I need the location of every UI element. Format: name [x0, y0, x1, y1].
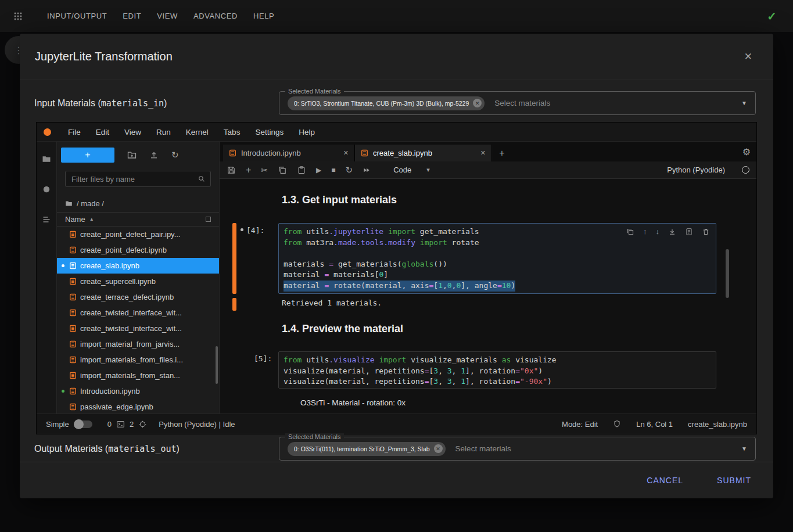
submit-button[interactable]: SUBMIT [713, 475, 755, 486]
code-cell-4[interactable]: from utils.jupyterlite import get_materi… [278, 223, 716, 294]
file-item[interactable]: create_twisted_interface_wit... [57, 321, 219, 336]
chip-delete-icon[interactable]: ✕ [434, 444, 443, 453]
move-down-icon[interactable]: ↓ [656, 227, 660, 236]
dropdown-caret-icon[interactable]: ▼ [741, 100, 747, 106]
apps-grid-icon[interactable] [13, 12, 23, 21]
kernel-name[interactable]: Python (Pyodide) [667, 166, 725, 174]
sort-asc-icon: ▲ [89, 217, 94, 222]
terminal-icon[interactable] [116, 420, 125, 429]
cell-type-dropdown[interactable]: Code ▾ [393, 166, 430, 174]
code-cell-5[interactable]: from utils.visualize import visualize_ma… [278, 351, 716, 389]
jl-menu-run[interactable]: Run [149, 128, 178, 136]
menu-input-output[interactable]: INPUT/OUTPUT [47, 12, 107, 20]
file-item[interactable]: import_materials_from_files.i... [57, 352, 219, 368]
table-of-contents-icon[interactable] [42, 215, 51, 224]
export-cell-icon[interactable] [685, 227, 693, 236]
notebook-icon [69, 309, 77, 317]
cell-code[interactable]: from utils.visualize import visualize_ma… [279, 352, 716, 390]
tab-close-icon[interactable]: ✕ [480, 149, 486, 157]
material-chip[interactable]: 0: SrTiO3, Strontium Titanate, CUB (Pm-3… [288, 96, 485, 110]
jl-menu-view[interactable]: View [117, 128, 149, 136]
file-item[interactable]: import_materials_from_stan... [57, 368, 219, 383]
menu-advanced[interactable]: ADVANCED [193, 12, 238, 20]
output-materials-select[interactable]: Selected Materials 0: O3SrTi(011), termi… [279, 437, 756, 461]
folder-icon [65, 200, 73, 207]
jl-menu-help[interactable]: Help [291, 128, 322, 136]
refresh-icon[interactable]: ↻ [171, 150, 179, 160]
notebook-icon [361, 149, 368, 157]
mode-indicator[interactable]: Mode: Edit [562, 420, 598, 429]
column-toggle-icon[interactable] [206, 217, 211, 222]
file-item[interactable]: create_twisted_interface_wit... [57, 305, 219, 321]
jl-menu-settings[interactable]: Settings [247, 128, 291, 136]
output-collapser[interactable] [232, 298, 236, 311]
insert-cell-icon[interactable]: + [246, 165, 251, 175]
restart-kernel-icon[interactable]: ↻ [346, 165, 353, 175]
confirm-check-icon[interactable]: ✓ [767, 9, 777, 23]
trust-shield-icon[interactable] [613, 420, 621, 428]
file-item-selected[interactable]: create_slab.ipynb [57, 258, 219, 274]
delete-cell-icon[interactable] [702, 227, 710, 236]
menu-help[interactable]: HELP [253, 12, 274, 20]
file-item-open[interactable]: Introduction.ipynb [57, 383, 219, 399]
duplicate-cell-icon[interactable] [626, 227, 634, 236]
new-tab-icon[interactable]: + [492, 145, 512, 161]
file-item[interactable]: create_point_defect.ipynb [57, 242, 219, 258]
cut-icon[interactable]: ✂ [261, 166, 268, 175]
paste-icon[interactable] [297, 166, 306, 175]
save-icon[interactable] [227, 166, 236, 175]
upload-icon[interactable] [149, 150, 159, 160]
restart-run-all-icon[interactable] [363, 166, 371, 174]
new-launcher-button[interactable]: + [61, 148, 114, 163]
tab-introduction[interactable]: Introduction.ipynb ✕ [223, 145, 355, 161]
cursor-position[interactable]: Ln 6, Col 1 [636, 420, 673, 429]
insert-below-icon[interactable] [668, 227, 676, 236]
new-folder-icon[interactable] [127, 150, 137, 160]
file-browser-icon[interactable] [42, 154, 51, 164]
input-materials-select[interactable]: Selected Materials 0: SrTiO3, Strontium … [279, 91, 756, 115]
field-label: Selected Materials [285, 88, 344, 95]
jl-menu-edit[interactable]: Edit [88, 128, 117, 136]
menu-edit[interactable]: EDIT [123, 12, 141, 20]
file-item[interactable]: passivate_edge.ipynb [57, 399, 219, 414]
stop-icon[interactable]: ■ [331, 166, 335, 174]
terminal-count: 0 [107, 420, 112, 429]
copy-icon[interactable] [278, 166, 287, 175]
file-item[interactable]: import_material_from_jarvis... [57, 336, 219, 352]
tab-close-icon[interactable]: ✕ [343, 149, 349, 157]
chip-delete-icon[interactable]: ✕ [473, 99, 482, 107]
tab-create-slab[interactable]: create_slab.ipynb ✕ [355, 145, 492, 161]
jl-menu-tabs[interactable]: Tabs [216, 128, 248, 136]
file-item[interactable]: create_supercell.ipynb [57, 274, 219, 289]
output-materials-row: Output Materials (materials_out) Selecte… [20, 437, 773, 461]
menu-view[interactable]: VIEW [157, 12, 178, 20]
dialog-title: JupyterLite Transformation [35, 50, 173, 63]
file-list-scrollbar[interactable] [216, 346, 218, 384]
cancel-button[interactable]: CANCEL [643, 475, 687, 486]
running-kernels-icon[interactable] [42, 185, 51, 194]
label-text-end: ) [177, 444, 180, 454]
breadcrumb[interactable]: / made / [65, 199, 211, 208]
app-bar: INPUT/OUTPUT EDIT VIEW ADVANCED HELP ✓ [0, 0, 793, 32]
name-column-header[interactable]: Name ▲ [57, 212, 219, 227]
file-item[interactable]: create_terrace_defect.ipynb [57, 289, 219, 305]
gear-icon[interactable]: ⚙ [742, 146, 751, 157]
jl-menu-kernel[interactable]: Kernel [178, 128, 216, 136]
kernel-status-icon[interactable] [742, 166, 749, 174]
file-item[interactable]: create_point_defect_pair.ipy... [57, 227, 219, 242]
cell-collapser[interactable] [232, 223, 236, 294]
filter-files-input[interactable] [70, 174, 198, 184]
material-chip[interactable]: 0: O3SrTi(011), termination SrTiO_Pmmm_3… [288, 442, 446, 456]
simple-mode-toggle[interactable] [75, 420, 92, 428]
close-icon[interactable]: ✕ [738, 48, 758, 65]
chip-label: 0: O3SrTi(011), termination SrTiO_Pmmm_3… [294, 445, 430, 452]
dropdown-caret-icon[interactable]: ▼ [741, 445, 747, 452]
cell-prompt: [4]: [246, 226, 264, 235]
jl-menu-file[interactable]: File [60, 128, 88, 136]
kernel-status-text[interactable]: Python (Pyodide) | Idle [159, 420, 235, 429]
move-up-icon[interactable]: ↑ [643, 227, 647, 236]
kernel-sessions-icon[interactable] [138, 420, 147, 429]
simple-mode-label: Simple [46, 420, 69, 429]
notebook-scrollbar[interactable] [726, 249, 729, 298]
run-icon[interactable]: ▶ [316, 166, 321, 174]
